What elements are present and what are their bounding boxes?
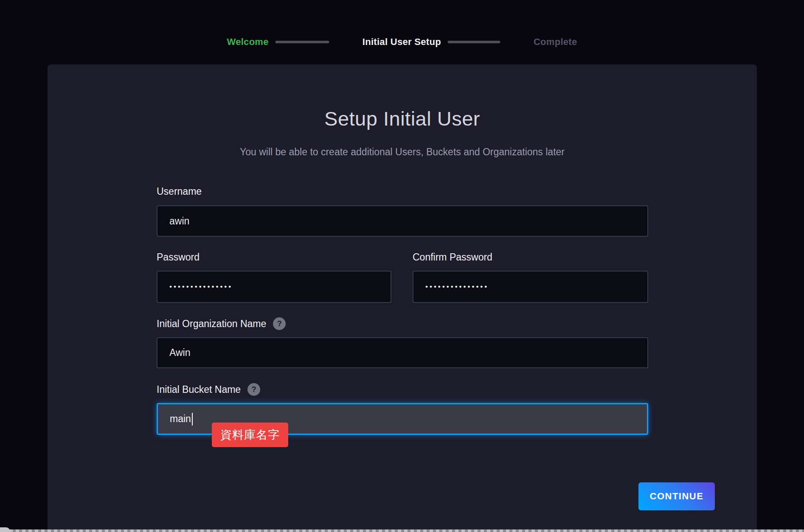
setup-card: Setup Initial User You will be able to c… bbox=[48, 64, 757, 532]
page-title: Setup Initial User bbox=[48, 107, 757, 130]
clipped-status-bubble bbox=[0, 527, 10, 532]
confirm-password-label-row: Confirm Password bbox=[413, 252, 492, 263]
username-label-row: Username bbox=[157, 186, 202, 197]
page-subtitle: You will be able to create additional Us… bbox=[48, 146, 757, 158]
stepper-progress-line-2 bbox=[448, 41, 500, 43]
stepper-step-welcome: Welcome bbox=[227, 36, 268, 48]
clipped-status-bar bbox=[0, 529, 804, 532]
password-input[interactable] bbox=[157, 271, 391, 303]
organization-label: Initial Organization Name bbox=[157, 318, 266, 330]
password-label-row: Password bbox=[157, 252, 200, 263]
bucket-label-row: Initial Bucket Name ? bbox=[157, 383, 260, 396]
stepper-step-initial-user-setup: Initial User Setup bbox=[363, 36, 441, 48]
confirm-password-input[interactable] bbox=[413, 271, 648, 303]
organization-help-icon[interactable]: ? bbox=[273, 317, 286, 330]
continue-button[interactable]: CONTINUE bbox=[638, 482, 715, 510]
bucket-help-icon[interactable]: ? bbox=[247, 383, 260, 396]
confirm-password-label: Confirm Password bbox=[413, 252, 492, 263]
text-cursor bbox=[192, 413, 193, 426]
stepper-step-complete: Complete bbox=[534, 36, 577, 48]
password-label: Password bbox=[157, 252, 200, 263]
annotation-tooltip: 資料庫名字 bbox=[212, 423, 288, 447]
bucket-label: Initial Bucket Name bbox=[157, 384, 241, 395]
setup-wizard-page: Welcome Initial User Setup Complete Setu… bbox=[0, 0, 804, 532]
bucket-input-value: main bbox=[170, 413, 191, 425]
organization-label-row: Initial Organization Name ? bbox=[157, 317, 286, 330]
username-input[interactable] bbox=[157, 205, 648, 237]
username-label: Username bbox=[157, 186, 202, 197]
setup-stepper: Welcome Initial User Setup Complete bbox=[227, 36, 577, 48]
stepper-progress-line-1 bbox=[275, 41, 329, 43]
organization-input[interactable] bbox=[157, 337, 648, 368]
